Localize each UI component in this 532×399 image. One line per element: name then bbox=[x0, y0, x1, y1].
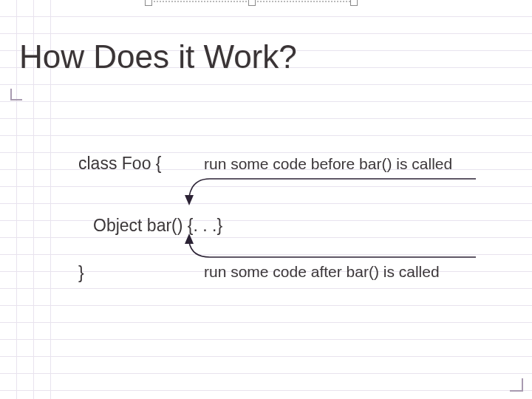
code-line-method: Object bar() {. . .} bbox=[93, 216, 222, 236]
svg-marker-1 bbox=[185, 233, 194, 244]
slide-title: How Does it Work? bbox=[19, 38, 297, 75]
corner-accent-bottom-right bbox=[505, 374, 523, 392]
slide: How Does it Work? class Foo { Object bar… bbox=[0, 0, 532, 399]
annotation-after: run some code after bar() is called bbox=[204, 263, 440, 281]
code-line-class: class Foo { bbox=[78, 154, 162, 174]
svg-marker-0 bbox=[185, 195, 194, 205]
arrow-after-icon bbox=[180, 233, 491, 262]
code-line-close-brace: } bbox=[78, 263, 84, 283]
corner-accent-top-left bbox=[10, 89, 27, 105]
arrow-before-icon bbox=[180, 176, 491, 210]
annotation-before: run some code before bar() is called bbox=[204, 155, 452, 173]
placeholder-resize-handles bbox=[148, 0, 355, 7]
